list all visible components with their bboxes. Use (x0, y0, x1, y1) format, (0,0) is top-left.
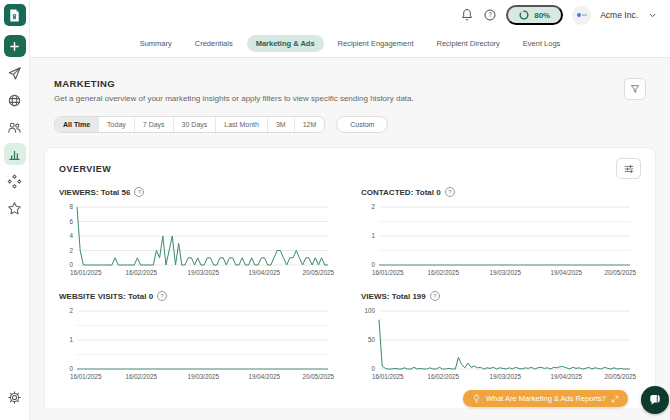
expand-icon (611, 395, 619, 403)
viewers-x-axis: 16/01/202516/02/202519/03/202519/04/2025… (59, 268, 331, 278)
x-tick-label: 20/05/2025 (302, 269, 334, 276)
svg-text:8: 8 (69, 204, 73, 211)
globe-icon (7, 93, 22, 108)
progress-label: 80% (534, 11, 550, 20)
x-tick-label: 20/05/2025 (604, 269, 636, 276)
document-award-logo (7, 8, 22, 23)
x-tick-label: 16/01/2025 (70, 269, 102, 276)
sidebar-item-favorites[interactable] (4, 197, 26, 219)
contacted-line-chart: 012 (361, 202, 633, 268)
x-tick-label: 19/03/2025 (489, 269, 521, 276)
x-tick-label: 20/05/2025 (302, 373, 334, 380)
gear-icon (7, 390, 22, 405)
plus-icon (9, 41, 20, 52)
x-tick-label: 16/02/2025 (427, 269, 459, 276)
tab-recipient-engagement[interactable]: Recipient Engagement (329, 35, 423, 52)
org-name[interactable]: Acme Inc. (600, 10, 638, 20)
help-button[interactable]: ? (483, 8, 497, 22)
chart-views-title: VIEWS: Total 199 (361, 292, 426, 301)
funnel-icon (629, 83, 641, 95)
filter-button[interactable] (624, 78, 646, 100)
info-icon[interactable]: ? (430, 291, 440, 301)
star-icon (7, 201, 22, 216)
filter-custom-button[interactable]: Custom (336, 116, 388, 133)
sidebar-item-settings[interactable] (4, 386, 26, 408)
org-menu-button[interactable] (647, 10, 658, 21)
svg-text:0: 0 (371, 366, 375, 373)
filter-12m[interactable]: 12M (295, 117, 325, 132)
profile-progress-badge[interactable]: 80% (506, 5, 563, 25)
svg-text:2: 2 (69, 247, 73, 254)
svg-text:4: 4 (69, 233, 73, 240)
org-avatar (572, 6, 591, 25)
svg-text:?: ? (488, 11, 492, 18)
filter-last-month[interactable]: Last Month (216, 117, 268, 132)
x-tick-label: 19/04/2025 (248, 269, 280, 276)
date-range-segmented-control: All Time Today 7 Days 30 Days Last Month… (54, 116, 325, 133)
help-bubble-button[interactable]: What Are Marketing & Ads Reports? (463, 390, 628, 407)
app-window: ? 80% Acme Inc. Summary (0, 0, 670, 420)
create-new-button[interactable] (4, 35, 26, 57)
chat-widget-button[interactable] (641, 386, 669, 414)
tab-marketing-ads[interactable]: Marketing & Ads (247, 35, 324, 52)
website-visits-x-axis: 16/01/202516/02/202519/03/202519/04/2025… (59, 372, 331, 382)
marketing-section: MARKETING Get a general overview of your… (44, 78, 656, 133)
contacted-x-axis: 16/01/202516/02/202519/03/202519/04/2025… (361, 268, 633, 278)
x-tick-label: 19/04/2025 (550, 373, 582, 380)
sidebar-item-analytics[interactable] (4, 143, 26, 165)
filter-30-days[interactable]: 30 Days (174, 117, 217, 132)
sidebar-item-contacts[interactable] (4, 116, 26, 138)
chart-website-visits-title: WEBSITE VISITS: Total 0 (59, 292, 153, 301)
org-avatar-dash (582, 14, 587, 16)
info-icon[interactable]: ? (134, 187, 144, 197)
info-icon[interactable]: ? (445, 187, 455, 197)
chart-viewers: VIEWERS: Total 56 ? 02468 16/01/202516/0… (59, 187, 331, 278)
tab-recipient-directory[interactable]: Recipient Directory (427, 35, 508, 52)
x-tick-label: 16/02/2025 (125, 373, 157, 380)
filter-7-days[interactable]: 7 Days (135, 117, 174, 132)
svg-text:50: 50 (368, 337, 376, 344)
sidebar-item-integrations[interactable] (4, 170, 26, 192)
info-icon[interactable]: ? (157, 291, 167, 301)
bell-icon (460, 8, 474, 22)
charts-grid: VIEWERS: Total 56 ? 02468 16/01/202516/0… (45, 183, 655, 382)
sidebar-item-send[interactable] (4, 62, 26, 84)
x-tick-label: 16/01/2025 (70, 373, 102, 380)
tab-event-logs[interactable]: Event Logs (514, 35, 570, 52)
viewers-line-chart: 02468 (59, 202, 331, 268)
x-tick-label: 16/02/2025 (125, 269, 157, 276)
date-filter-bar: All Time Today 7 Days 30 Days Last Month… (44, 116, 656, 133)
svg-text:0: 0 (69, 366, 73, 373)
tab-summary[interactable]: Summary (131, 35, 181, 52)
x-tick-label: 19/04/2025 (550, 269, 582, 276)
help-icon: ? (483, 8, 497, 22)
filter-all-time[interactable]: All Time (55, 117, 99, 132)
x-tick-label: 16/02/2025 (427, 373, 459, 380)
svg-text:0: 0 (371, 262, 375, 269)
report-tabs: Summary Credentials Marketing & Ads Reci… (30, 30, 670, 58)
x-tick-label: 16/01/2025 (372, 269, 404, 276)
filter-3m[interactable]: 3M (268, 117, 295, 132)
sidebar-item-web[interactable] (4, 89, 26, 111)
chart-views: VIEWS: Total 199 ? 050100 16/01/202516/0… (361, 291, 633, 382)
chart-contacted: CONTACTED: Total 0 ? 012 16/01/202516/02… (361, 187, 633, 278)
bar-chart-icon (7, 147, 22, 162)
svg-text:2: 2 (69, 308, 73, 315)
svg-text:1: 1 (371, 233, 375, 240)
filter-today[interactable]: Today (99, 117, 135, 132)
svg-text:6: 6 (69, 218, 73, 225)
lightbulb-icon (472, 394, 481, 403)
content-area: MARKETING Get a general overview of your… (30, 58, 670, 420)
marketing-title: MARKETING (54, 78, 504, 89)
x-tick-label: 19/03/2025 (187, 269, 219, 276)
svg-text:1: 1 (69, 337, 73, 344)
tab-credentials[interactable]: Credentials (186, 35, 242, 52)
views-x-axis: 16/01/202516/02/202519/03/202519/04/2025… (361, 372, 633, 382)
help-bubble-label: What Are Marketing & Ads Reports? (486, 394, 606, 403)
svg-text:2: 2 (371, 204, 375, 211)
svg-text:100: 100 (364, 308, 375, 315)
app-logo (4, 4, 26, 26)
x-tick-label: 16/01/2025 (372, 373, 404, 380)
notifications-button[interactable] (460, 8, 474, 22)
chart-settings-button[interactable] (616, 158, 641, 179)
